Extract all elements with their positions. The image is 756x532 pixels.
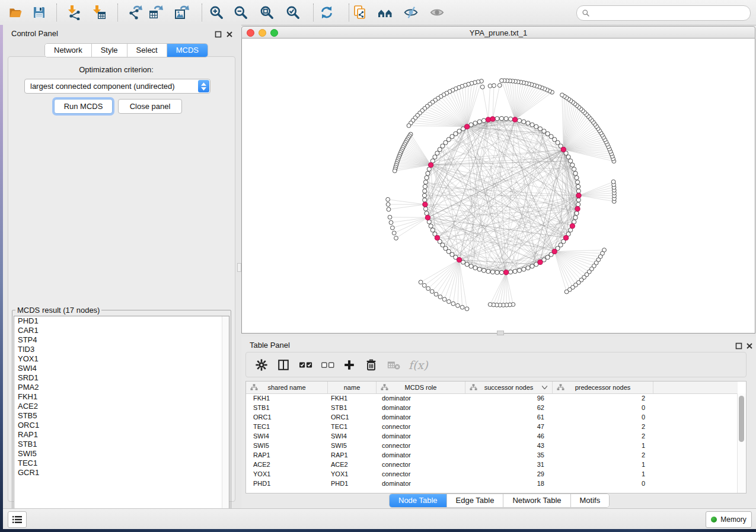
mcds-result-item[interactable]: CAR1 bbox=[14, 326, 229, 335]
table-scrollbar[interactable] bbox=[737, 393, 746, 493]
graph-node[interactable] bbox=[435, 151, 439, 155]
run-mcds-button[interactable]: Run MCDS bbox=[54, 99, 113, 114]
graph-leaf-node[interactable] bbox=[386, 203, 390, 207]
graph-dominator-node[interactable] bbox=[552, 249, 557, 254]
save-session-button[interactable] bbox=[28, 2, 50, 23]
graph-node[interactable] bbox=[572, 167, 576, 171]
mcds-result-list[interactable]: PHD1CAR1STP4TID3YOX1SWI4SRD1PMA2FKH1ACE2… bbox=[14, 316, 229, 524]
graph-node[interactable] bbox=[508, 270, 512, 274]
graph-leaf-node[interactable] bbox=[451, 302, 455, 306]
graph-dominator-node[interactable] bbox=[503, 270, 508, 275]
export-network-button[interactable] bbox=[125, 2, 146, 23]
graph-node[interactable] bbox=[477, 267, 481, 271]
open-session-button[interactable] bbox=[5, 2, 26, 23]
graph-node[interactable] bbox=[576, 189, 580, 193]
graph-leaf-node[interactable] bbox=[447, 300, 451, 304]
table-row[interactable]: RAP1 RAP1 dominator 35 2 bbox=[246, 450, 738, 460]
graph-leaf-node[interactable] bbox=[564, 290, 569, 294]
graph-leaf-node[interactable] bbox=[500, 79, 504, 83]
select-all-rows-button[interactable] bbox=[299, 358, 321, 371]
graph-leaf-node[interactable] bbox=[442, 297, 446, 302]
graph-node[interactable] bbox=[573, 171, 578, 175]
mcds-list-scrollbar[interactable] bbox=[222, 316, 229, 524]
graph-node[interactable] bbox=[576, 184, 580, 188]
graph-node[interactable] bbox=[486, 269, 490, 273]
graph-node[interactable] bbox=[423, 207, 428, 211]
graph-leaf-node[interactable] bbox=[389, 220, 393, 225]
tab-edge-table[interactable]: Edge Table bbox=[447, 494, 504, 507]
graph-node[interactable] bbox=[522, 267, 526, 271]
mcds-result-item[interactable]: RAP1 bbox=[14, 430, 229, 440]
graph-dominator-node[interactable] bbox=[486, 117, 490, 122]
show-graphics-details-button[interactable] bbox=[426, 2, 448, 23]
mcds-result-item[interactable]: TEC1 bbox=[14, 459, 229, 468]
graph-node[interactable] bbox=[481, 268, 486, 273]
graph-dominator-node[interactable] bbox=[490, 117, 495, 121]
graph-node[interactable] bbox=[429, 224, 433, 228]
graph-leaf-node[interactable] bbox=[419, 280, 423, 284]
graph-node[interactable] bbox=[542, 129, 546, 133]
vertical-splitter-handle[interactable] bbox=[237, 263, 241, 272]
zoom-selected-button[interactable] bbox=[282, 2, 304, 23]
table-row[interactable]: SWI4 SWI4 dominator 46 2 bbox=[246, 431, 738, 441]
close-panel-icon[interactable] bbox=[226, 30, 233, 37]
graph-node[interactable] bbox=[575, 175, 579, 180]
network-overview-button[interactable] bbox=[375, 2, 396, 23]
network-window-titlebar[interactable]: YPA_prune.txt_1 bbox=[241, 26, 755, 39]
graph-leaf-node[interactable] bbox=[391, 226, 395, 230]
graph-node[interactable] bbox=[430, 228, 435, 232]
mcds-result-item[interactable]: YOX1 bbox=[14, 354, 229, 364]
mcds-result-item[interactable]: STP4 bbox=[14, 335, 229, 345]
optimization-criterion-select[interactable]: largest connected component (undirected) bbox=[24, 79, 210, 94]
tab-mcds[interactable]: MCDS bbox=[167, 44, 208, 57]
network-canvas[interactable] bbox=[241, 39, 755, 334]
graph-node[interactable] bbox=[513, 269, 517, 273]
table-row[interactable]: TEC1 TEC1 connector 47 2 bbox=[246, 422, 738, 431]
graph-dominator-node[interactable] bbox=[575, 206, 580, 211]
graph-leaf-node[interactable] bbox=[488, 84, 492, 88]
close-table-panel-icon[interactable] bbox=[746, 341, 753, 348]
graph-node[interactable] bbox=[576, 202, 580, 206]
table-row[interactable]: YOX1 YOX1 connector 29 1 bbox=[246, 469, 738, 479]
graph-node[interactable] bbox=[504, 117, 508, 121]
add-column-button[interactable] bbox=[343, 358, 365, 371]
graph-leaf-node[interactable] bbox=[387, 207, 391, 211]
column-header-mcds-role[interactable]: MCDS role bbox=[377, 382, 465, 393]
delete-table-button[interactable] bbox=[387, 358, 409, 371]
close-panel-button[interactable]: Close panel bbox=[118, 99, 182, 114]
graph-leaf-node[interactable] bbox=[497, 84, 502, 88]
clone-network-button[interactable] bbox=[349, 2, 371, 23]
float-table-panel-icon[interactable] bbox=[735, 341, 742, 348]
graph-node[interactable] bbox=[575, 180, 579, 184]
mcds-result-item[interactable]: SWI4 bbox=[14, 364, 229, 373]
tab-network-table[interactable]: Network Table bbox=[503, 494, 570, 507]
graph-leaf-node[interactable] bbox=[407, 124, 411, 128]
graph-node[interactable] bbox=[425, 175, 429, 180]
graph-leaf-node[interactable] bbox=[430, 290, 434, 294]
search-input[interactable] bbox=[592, 7, 750, 19]
table-row[interactable]: ACE2 ACE2 connector 31 1 bbox=[246, 460, 738, 469]
graph-node[interactable] bbox=[517, 268, 521, 273]
graph-node[interactable] bbox=[576, 198, 580, 202]
mcds-result-item[interactable]: ORC1 bbox=[14, 421, 229, 430]
graph-node[interactable] bbox=[423, 198, 427, 202]
graph-dominator-node[interactable] bbox=[570, 223, 575, 228]
graph-node[interactable] bbox=[499, 270, 503, 274]
graph-leaf-node[interactable] bbox=[386, 197, 390, 201]
graph-dominator-node[interactable] bbox=[457, 258, 461, 262]
graph-leaf-node[interactable] bbox=[488, 303, 492, 307]
graph-dominator-node[interactable] bbox=[423, 202, 428, 207]
graph-node[interactable] bbox=[490, 270, 495, 274]
hide-graphics-details-button[interactable] bbox=[400, 2, 422, 23]
graph-node[interactable] bbox=[573, 216, 578, 220]
graph-node[interactable] bbox=[530, 123, 534, 127]
graph-leaf-node[interactable] bbox=[426, 287, 430, 291]
graph-leaf-node[interactable] bbox=[460, 305, 464, 309]
mcds-result-item[interactable]: ACE2 bbox=[14, 402, 229, 411]
task-history-button[interactable] bbox=[8, 511, 27, 528]
import-network-button[interactable] bbox=[63, 2, 84, 23]
graph-node[interactable] bbox=[499, 116, 503, 120]
export-image-button[interactable] bbox=[171, 2, 192, 23]
mcds-result-item[interactable]: SRD1 bbox=[14, 373, 229, 383]
graph-dominator-node[interactable] bbox=[538, 259, 543, 264]
